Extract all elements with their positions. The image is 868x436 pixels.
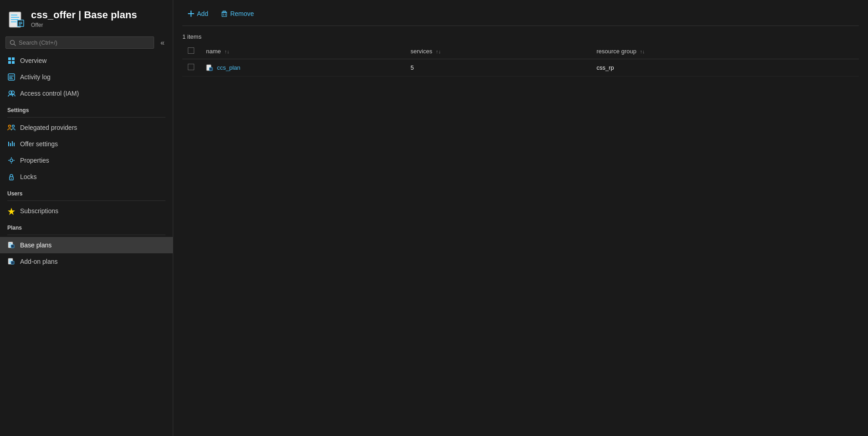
base-plans-icon: [7, 241, 16, 249]
svg-rect-38: [9, 243, 11, 244]
sidebar-item-access-control[interactable]: Access control (IAM): [0, 85, 173, 102]
table-row: ccs_plan 5 css_rp: [182, 59, 859, 77]
overview-icon: [7, 56, 16, 65]
sidebar-item-access-control-label: Access control (IAM): [20, 90, 79, 97]
sidebar-item-base-plans[interactable]: Base plans: [0, 237, 173, 253]
offer-settings-icon: [7, 140, 16, 148]
svg-rect-54: [222, 13, 227, 17]
row-resource-group-cell: css_rp: [591, 59, 859, 77]
table-container: name ↑↓ services ↑↓ resource group ↑↓: [182, 44, 859, 429]
svg-point-29: [10, 159, 13, 162]
properties-icon: [7, 156, 16, 164]
row-name-cell: ccs_plan: [201, 59, 405, 77]
settings-section-header: Settings: [0, 102, 173, 115]
select-all-checkbox[interactable]: [188, 47, 194, 54]
svg-point-24: [12, 125, 15, 128]
col-name-label: name: [206, 48, 221, 55]
sidebar-item-subscriptions-label: Subscriptions: [20, 207, 58, 215]
svg-rect-59: [209, 67, 212, 71]
sidebar-item-overview-label: Overview: [20, 57, 46, 64]
add-button[interactable]: Add: [182, 7, 214, 20]
col-header-name[interactable]: name ↑↓: [201, 44, 405, 59]
users-section-header: Users: [0, 185, 173, 199]
svg-rect-45: [9, 260, 11, 260]
row-services-cell: 5: [405, 59, 591, 77]
search-box[interactable]: Search (Ctrl+/): [5, 36, 154, 49]
collapse-button[interactable]: «: [158, 37, 167, 49]
sidebar-item-locks[interactable]: Locks: [0, 169, 173, 185]
col-resource-group-label: resource group: [596, 48, 636, 55]
svg-rect-28: [14, 143, 15, 146]
col-header-services[interactable]: services ↑↓: [405, 44, 591, 59]
add-on-plans-icon: [7, 257, 16, 266]
svg-rect-19: [9, 77, 12, 78]
sidebar-item-locks-label: Locks: [20, 173, 37, 180]
svg-rect-9: [19, 23, 22, 24]
sidebar-item-activity-log-label: Activity log: [20, 73, 51, 81]
svg-rect-10: [19, 25, 21, 26]
svg-rect-25: [8, 142, 9, 146]
svg-rect-4: [11, 19, 18, 20]
svg-rect-8: [19, 22, 22, 23]
svg-rect-20: [9, 78, 13, 79]
svg-rect-14: [12, 57, 15, 60]
row-checkbox[interactable]: [188, 64, 194, 70]
add-button-label: Add: [197, 10, 208, 17]
remove-button[interactable]: Remove: [216, 7, 259, 20]
svg-rect-27: [12, 141, 13, 146]
sidebar-item-delegated-providers[interactable]: Delegated providers: [0, 119, 173, 136]
sidebar-item-offer-settings[interactable]: Offer settings: [0, 136, 173, 152]
svg-rect-3: [11, 17, 19, 18]
svg-rect-15: [8, 61, 11, 64]
svg-rect-26: [10, 143, 11, 146]
settings-divider: [7, 117, 165, 118]
col-services-sort-icon: ↑↓: [436, 49, 441, 54]
svg-rect-5: [11, 21, 16, 22]
sidebar-item-add-on-plans[interactable]: Add-on plans: [0, 253, 173, 270]
sidebar-item-base-plans-label: Base plans: [20, 241, 52, 249]
svg-point-23: [9, 125, 11, 128]
page-header: css_offer | Base plans Offer: [0, 0, 173, 35]
sidebar: css_offer | Base plans Offer Search (Ctr…: [0, 0, 173, 436]
page-icon: [7, 11, 26, 29]
remove-button-label: Remove: [230, 10, 254, 17]
search-placeholder: Search (Ctrl+/): [19, 39, 57, 46]
svg-rect-41: [11, 245, 14, 248]
sidebar-item-subscriptions[interactable]: Subscriptions: [0, 203, 173, 219]
svg-rect-40: [9, 246, 11, 246]
sidebar-item-offer-settings-label: Offer settings: [20, 140, 58, 148]
users-divider: [7, 200, 165, 201]
page-subtitle: Offer: [31, 22, 137, 28]
locks-icon: [7, 173, 16, 181]
col-name-sort-icon: ↑↓: [224, 49, 229, 54]
toolbar: Add Remove: [182, 7, 859, 26]
nav-section: Overview Activity log: [0, 52, 173, 436]
col-services-label: services: [411, 48, 433, 55]
header-text: css_offer | Base plans Offer: [31, 9, 137, 28]
plan-icon: [206, 64, 213, 72]
main-content: Add Remove 1 items name: [173, 0, 868, 436]
svg-rect-18: [9, 76, 14, 77]
search-icon: [10, 40, 16, 46]
svg-rect-53: [223, 11, 226, 12]
page-title: css_offer | Base plans: [31, 9, 137, 21]
svg-point-35: [11, 178, 12, 179]
plans-section-header: Plans: [0, 219, 173, 233]
col-header-resource-group[interactable]: resource group ↑↓: [591, 44, 859, 59]
svg-point-22: [11, 91, 15, 94]
sidebar-item-overview[interactable]: Overview: [0, 52, 173, 69]
svg-rect-16: [12, 61, 15, 64]
plan-link[interactable]: ccs_plan: [206, 64, 400, 72]
svg-line-12: [14, 44, 16, 46]
svg-rect-47: [9, 262, 11, 263]
sidebar-item-activity-log[interactable]: Activity log: [0, 69, 173, 85]
plans-divider: [7, 235, 165, 235]
sidebar-item-properties[interactable]: Properties: [0, 152, 173, 169]
svg-rect-2: [11, 15, 17, 15]
sidebar-item-delegated-providers-label: Delegated providers: [20, 124, 77, 131]
plan-name: ccs_plan: [217, 64, 240, 71]
activity-log-icon: [7, 73, 16, 81]
table-header-row: name ↑↓ services ↑↓ resource group ↑↓: [182, 44, 859, 59]
delegated-providers-icon: [7, 123, 16, 132]
sidebar-item-properties-label: Properties: [20, 157, 49, 164]
